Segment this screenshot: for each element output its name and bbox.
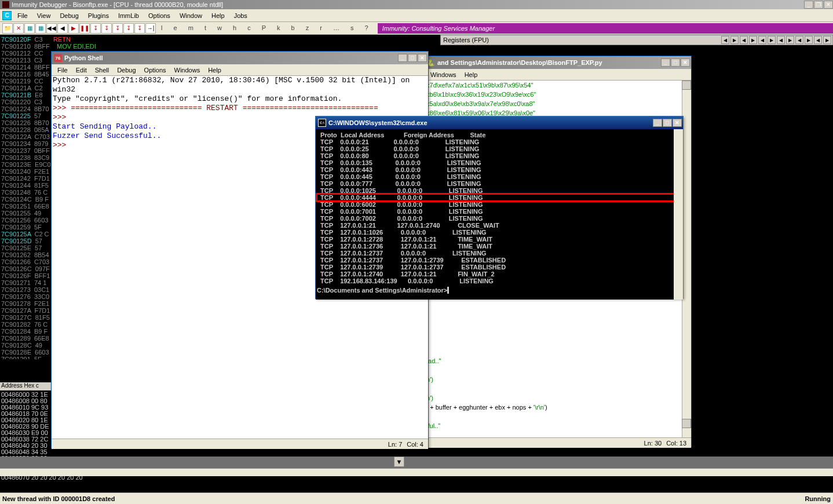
reg-scroll-left5[interactable]: ◀: [795, 36, 803, 44]
reg-scroll-left4[interactable]: ◀: [777, 36, 785, 44]
editor-title: and Settings\Administrator\Desktop\Bison…: [437, 59, 602, 66]
shell-menu-edit[interactable]: Edit: [72, 65, 90, 75]
view1-icon[interactable]: ▦: [24, 23, 35, 34]
cmd-row: TCP 192.168.83.146:139 0.0.0.0:0 LISTENI…: [317, 277, 682, 284]
idle-icon: 76: [54, 54, 62, 62]
shell-close-button[interactable]: ✕: [418, 54, 427, 62]
cmd-close-button[interactable]: ✕: [673, 119, 682, 127]
menu-file[interactable]: File: [14, 11, 31, 20]
rewind-icon[interactable]: ◀◀: [46, 23, 57, 34]
editor-line: \n'): [425, 375, 691, 384]
cmd-window[interactable]: C:\ C:\WINDOWS\system32\cmd.exe _ □ ✕ Pr…: [315, 116, 684, 299]
disasm-line[interactable]: 7C90120F C3 RETN: [1, 36, 439, 43]
cmd-row: TCP 127.0.0.1:2739 127.0.0.1:2737 ESTABL…: [317, 264, 682, 271]
pause-icon[interactable]: ❚❚: [79, 23, 90, 34]
cmd-maximize-button[interactable]: □: [663, 119, 672, 127]
toolbar-letters[interactable]: l e m t w h c P k b z r … s ?: [156, 24, 373, 32]
reg-scroll-left3[interactable]: ◀: [758, 36, 766, 44]
main-title-text: Immunity Debugger - Bisonftp.exe - [CPU …: [12, 1, 223, 8]
reg-scroll-right3[interactable]: ▶: [768, 36, 776, 44]
editor-titlebar[interactable]: 🐍 and Settings\Administrator\Desktop\Bis…: [425, 56, 691, 69]
cmd-row: TCP 127.0.0.1:2737 127.0.0.1:2739 ESTABL…: [317, 257, 682, 264]
cmd-titlebar[interactable]: C:\ C:\WINDOWS\system32\cmd.exe _ □ ✕: [316, 116, 683, 129]
goto-icon[interactable]: →|: [145, 23, 156, 34]
main-minimize-button[interactable]: _: [804, 1, 813, 9]
menu-immlib[interactable]: ImmLib: [115, 11, 143, 20]
menu-plugins[interactable]: Plugins: [85, 11, 112, 20]
toolbar-banner: Immunity: Consulting Services Manager: [378, 23, 833, 34]
disasm-line[interactable]: 7C901210 8BFF MOV EDI,EDI: [1, 43, 439, 50]
menu-debug[interactable]: Debug: [56, 11, 82, 20]
reg-scroll-right6[interactable]: ▶: [823, 36, 831, 44]
status-message: New thread with ID 000001D8 created: [2, 495, 115, 502]
editor-maximize-button[interactable]: □: [671, 59, 680, 67]
editor-menu-windows[interactable]: Windows: [427, 70, 460, 79]
editor-line: [425, 366, 691, 375]
shell-menu-windows[interactable]: Windows: [171, 65, 204, 75]
menu-window[interactable]: Window: [176, 11, 206, 20]
main-statusbar: New thread with ID 000001D8 created Runn…: [0, 492, 833, 504]
view2-icon[interactable]: ▦: [35, 23, 46, 34]
editor-line: \xb6\x1b\xc9\x36\x19\x23\xO9\x9e\xc6": [425, 90, 691, 99]
cmd-row: TCP 0.0.0.0:777 0.0.0.0:0 LISTENING: [317, 180, 682, 187]
close-file-icon[interactable]: ✕: [13, 23, 24, 34]
status-blank: [0, 468, 833, 476]
scroll-down-icon[interactable]: [682, 419, 691, 428]
cmd-row: TCP 0.0.0.0:6002 0.0.0.0:0 LISTENING: [317, 201, 682, 208]
reg-scroll-right[interactable]: ▶: [730, 36, 739, 44]
step3-icon[interactable]: ↧: [112, 23, 123, 34]
status-running: Running: [805, 495, 831, 502]
editor-menu-help[interactable]: Help: [461, 70, 481, 79]
play-icon[interactable]: ▶: [68, 23, 79, 34]
cmd-prompt[interactable]: C:\Documents and Settings\Administrator>: [317, 287, 682, 294]
reg-scroll-right2[interactable]: ▶: [749, 36, 757, 44]
shell-menubar: File Edit Shell Debug Options Windows He…: [52, 64, 428, 76]
registers-title: Registers (FPU): [443, 36, 489, 43]
shell-ln: Ln: 7: [388, 441, 402, 448]
menu-jobs[interactable]: Jobs: [231, 11, 251, 20]
editor-minimize-button[interactable]: _: [661, 59, 670, 67]
reg-scroll-left6[interactable]: ◀: [814, 36, 822, 44]
open-icon[interactable]: 📁: [2, 23, 13, 34]
cmd-minimize-button[interactable]: _: [653, 119, 662, 127]
back-icon[interactable]: ◀: [57, 23, 68, 34]
cpu-icon[interactable]: C: [2, 11, 12, 20]
shell-menu-debug[interactable]: Debug: [114, 65, 139, 75]
shell-menu-options[interactable]: Options: [141, 65, 170, 75]
cmd-row: TCP 0.0.0.0:1025 0.0.0.0:0 LISTENING: [317, 187, 682, 194]
scroll-up-icon[interactable]: [682, 81, 691, 90]
shell-menu-shell[interactable]: Shell: [92, 65, 112, 75]
dump-line[interactable]: 00486048 34 35: [1, 449, 439, 455]
step5-icon[interactable]: ↧: [134, 23, 145, 34]
reg-scroll-left[interactable]: ◀: [721, 36, 729, 44]
cmd-row: TCP 0.0.0.0:25 0.0.0.0:0 LISTENING: [317, 145, 682, 152]
cmd-title: C:\WINDOWS\system32\cmd.exe: [328, 119, 428, 126]
editor-ln: Ln: 30: [644, 440, 662, 447]
shell-menu-help[interactable]: Help: [204, 65, 225, 75]
cmd-row: TCP 127.0.0.1:2736 127.0.0.1:21 TIME_WAI…: [317, 243, 682, 250]
menu-options[interactable]: Options: [145, 11, 174, 20]
cmd-header-row: Proto Local Address Foreign Address Stat…: [317, 132, 682, 138]
reg-scroll-right4[interactable]: ▶: [786, 36, 794, 44]
step2-icon[interactable]: ↧: [101, 23, 112, 34]
menu-help[interactable]: Help: [208, 11, 228, 20]
shell-titlebar[interactable]: 76 Python Shell _ □ ✕: [52, 52, 428, 64]
editor-close-button[interactable]: ✕: [681, 59, 690, 67]
cmd-body[interactable]: Proto Local Address Foreign Address Stat…: [316, 129, 683, 300]
shell-menu-file[interactable]: File: [54, 65, 71, 75]
command-dropdown-button[interactable]: ▼: [394, 456, 404, 467]
cmd-scrollbar[interactable]: [674, 129, 683, 300]
registers-titlebar[interactable]: Registers (FPU) ◀ ▶ ◀ ▶ ◀ ▶ ◀ ▶ ◀ ▶ ◀ ▶: [440, 35, 833, 45]
step1-icon[interactable]: ↧: [90, 23, 101, 34]
reg-scroll-right5[interactable]: ▶: [805, 36, 813, 44]
shell-minimize-button[interactable]: _: [398, 54, 407, 62]
menu-view[interactable]: View: [34, 11, 54, 20]
cmd-icon: C:\: [318, 119, 326, 127]
main-close-button[interactable]: ✕: [824, 1, 833, 9]
main-restore-button[interactable]: ❐: [814, 1, 823, 9]
shell-maximize-button[interactable]: □: [408, 54, 417, 62]
step4-icon[interactable]: ↧: [123, 23, 134, 34]
cmd-row: TCP 0.0.0.0:7002 0.0.0.0:0 LISTENING: [317, 215, 682, 222]
cmd-row: TCP 127.0.0.1:1026 0.0.0.0:0 LISTENING: [317, 229, 682, 236]
reg-scroll-left2[interactable]: ◀: [740, 36, 748, 44]
